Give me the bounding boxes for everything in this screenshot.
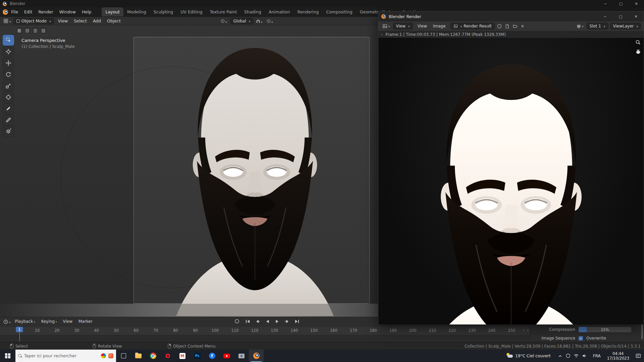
- search-input[interactable]: [24, 353, 99, 358]
- play-reverse-button[interactable]: [263, 318, 272, 325]
- next-keyframe-button[interactable]: [283, 318, 291, 325]
- timeline-menu-marker[interactable]: Marker: [75, 317, 95, 326]
- tool-move[interactable]: [3, 58, 14, 68]
- blender-menu-icon[interactable]: [3, 9, 8, 15]
- viewport-menu-add[interactable]: Add: [90, 17, 104, 25]
- cortana-icon[interactable]: [101, 353, 106, 358]
- tab-texture-paint[interactable]: Texture Paint: [206, 7, 240, 16]
- close-button[interactable]: ✕: [629, 0, 644, 7]
- opera-taskbar-button[interactable]: O: [160, 350, 175, 362]
- image-mode-dropdown[interactable]: View: [393, 23, 413, 29]
- viewport-toggle-1-icon[interactable]: ▦: [16, 27, 22, 34]
- tab-compositing[interactable]: Compositing: [322, 7, 356, 16]
- jump-to-end-button[interactable]: [292, 318, 301, 325]
- render-minimize-button[interactable]: ─: [597, 11, 613, 21]
- timeline-playhead[interactable]: 1: [16, 327, 23, 332]
- viewport-menu-view[interactable]: View: [55, 17, 71, 25]
- image-editor-type-dropdown[interactable]: [381, 22, 391, 30]
- security-shield-icon[interactable]: [566, 354, 570, 358]
- viewport-toggle-2-icon[interactable]: ▤: [24, 27, 31, 34]
- overwrite-checkbox[interactable]: ✓: [579, 336, 583, 341]
- scroll-left-icon[interactable]: ‹: [523, 328, 524, 333]
- speaker-icon[interactable]: [582, 354, 587, 358]
- image-menu-image[interactable]: Image: [430, 21, 449, 31]
- new-image-button[interactable]: [504, 24, 510, 28]
- pivot-point-dropdown[interactable]: [220, 17, 228, 25]
- timeline-track[interactable]: [0, 335, 530, 342]
- tool-cursor[interactable]: [3, 46, 14, 57]
- tab-uv-editing[interactable]: UV Editing: [177, 7, 206, 16]
- tab-animation[interactable]: Animation: [265, 7, 294, 16]
- capture-taskbar-button[interactable]: [234, 350, 249, 362]
- tab-shading[interactable]: Shading: [240, 7, 265, 16]
- proportional-editing-dropdown[interactable]: [266, 17, 274, 25]
- menu-file[interactable]: File: [8, 8, 21, 16]
- minimize-button[interactable]: ─: [598, 0, 613, 7]
- mail-taskbar-button[interactable]: M: [175, 350, 190, 362]
- tray-chevron-up-icon[interactable]: [558, 354, 562, 358]
- scroll-right-icon[interactable]: ›: [527, 328, 529, 333]
- tool-add-cube[interactable]: [3, 126, 14, 137]
- image-menu-view[interactable]: View: [415, 21, 430, 31]
- jump-to-start-button[interactable]: [244, 318, 252, 325]
- pan-tool-button[interactable]: [634, 48, 642, 55]
- language-indicator[interactable]: FRA: [590, 354, 604, 358]
- timeline-menu-playback[interactable]: Playback: [12, 317, 38, 326]
- viewlayer-dropdown[interactable]: ViewLayer: [610, 23, 641, 29]
- chrome-taskbar-button[interactable]: [146, 350, 160, 362]
- tab-modeling[interactable]: Modeling: [123, 7, 150, 16]
- taskbar-search[interactable]: [15, 350, 116, 362]
- timeline-editor-dropdown[interactable]: [2, 318, 12, 325]
- taskbar-clock[interactable]: 04:44 17/10/2023: [604, 351, 633, 361]
- editor-type-dropdown[interactable]: [2, 17, 12, 25]
- image-datablock-selector[interactable]: Render Result: [450, 23, 495, 29]
- tool-rotate[interactable]: [3, 69, 14, 80]
- maximize-button[interactable]: ▢: [613, 0, 629, 7]
- display-channels-dropdown[interactable]: [575, 22, 585, 30]
- tab-sculpting[interactable]: Sculpting: [150, 7, 177, 16]
- photoshop-taskbar-button[interactable]: Ps: [190, 350, 205, 362]
- start-button[interactable]: [0, 350, 15, 362]
- compression-slider[interactable]: 15%: [579, 327, 631, 332]
- timeline-ruler[interactable]: 1020304050607080901001101201301401501601…: [0, 326, 530, 335]
- menu-edit[interactable]: Edit: [21, 8, 35, 16]
- tool-measure[interactable]: [3, 115, 14, 125]
- network-icon[interactable]: [574, 354, 579, 358]
- tool-select-box[interactable]: [3, 35, 14, 46]
- unlink-image-button[interactable]: ×: [520, 24, 525, 28]
- viewport-toggle-4-icon[interactable]: ▧: [40, 27, 47, 34]
- menu-window[interactable]: Window: [56, 8, 79, 16]
- tab-layout[interactable]: Layout: [102, 7, 123, 16]
- render-maximize-button[interactable]: ▢: [613, 11, 628, 21]
- play-button[interactable]: [273, 318, 281, 325]
- facebook-taskbar-button[interactable]: f: [205, 350, 219, 362]
- viewport-menu-object[interactable]: Object: [104, 17, 124, 25]
- fake-user-button[interactable]: [496, 24, 502, 28]
- task-view-taskbar-button[interactable]: [116, 350, 131, 362]
- search-highlight-icon[interactable]: [108, 353, 113, 358]
- tool-scale[interactable]: [3, 80, 14, 91]
- orientation-dropdown[interactable]: Global: [230, 18, 254, 24]
- expand-panel-icon[interactable]: [381, 32, 383, 37]
- viewport-menu-select[interactable]: Select: [71, 17, 90, 25]
- youtube-taskbar-button[interactable]: [219, 350, 234, 362]
- snap-toggle[interactable]: [255, 17, 264, 25]
- render-window-titlebar[interactable]: Blender Render ─ ▢ ✕: [378, 11, 644, 21]
- render-close-button[interactable]: ✕: [628, 11, 644, 21]
- previous-keyframe-button[interactable]: [254, 318, 262, 325]
- timeline-menu-keying[interactable]: Keying: [38, 317, 60, 326]
- mode-dropdown[interactable]: Object Mode: [13, 18, 54, 24]
- weather-widget[interactable]: 19°C Ciel couvert: [502, 354, 554, 358]
- tab-rendering[interactable]: Rendering: [294, 7, 323, 16]
- tool-transform[interactable]: [3, 92, 14, 103]
- menu-help[interactable]: Help: [79, 8, 95, 16]
- auto-keying-toggle[interactable]: [235, 319, 239, 323]
- action-center-button[interactable]: [633, 350, 644, 362]
- tool-annotate[interactable]: [3, 103, 14, 114]
- zoom-tool-button[interactable]: [634, 39, 642, 46]
- blender-taskbar-button[interactable]: [249, 350, 264, 362]
- file-explorer-taskbar-button[interactable]: [131, 350, 146, 362]
- open-image-button[interactable]: [512, 24, 518, 28]
- slot-dropdown[interactable]: Slot 1: [587, 23, 608, 29]
- menu-render[interactable]: Render: [35, 8, 56, 16]
